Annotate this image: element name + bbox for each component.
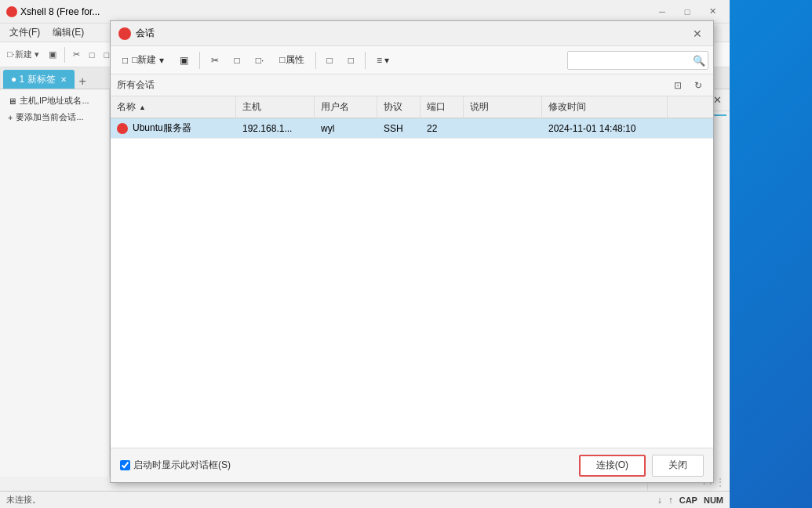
maximize-button[interactable]: □: [676, 4, 698, 20]
dialog-export-button[interactable]: □: [341, 49, 361, 71]
scroll-down-btn[interactable]: ↓: [657, 495, 662, 506]
xshell-title: Xshell 8 (Free for...: [20, 6, 100, 17]
col-header-proto[interactable]: 协议: [377, 96, 421, 118]
breadcrumb-text: 所有会话: [117, 78, 155, 92]
dialog-titlebar: 会话 ✕: [111, 21, 713, 46]
dialog-menu-button[interactable]: ≡ ▾: [370, 49, 396, 71]
startup-checkbox-label[interactable]: 启动时显示此对话框(S): [120, 459, 231, 472]
panel-more[interactable]: ⋮: [716, 476, 725, 488]
sidebar-host-label: 主机,IP地址或名...: [20, 95, 89, 107]
xshell-window-controls: ─ □ ✕: [651, 4, 723, 20]
cell-user: wyl: [315, 118, 377, 138]
dialog-search-input[interactable]: [567, 51, 708, 70]
breadcrumb-open-button[interactable]: ⊡: [669, 77, 686, 94]
dialog-tb-sep-1: [199, 52, 200, 69]
export-icon: □: [348, 55, 354, 66]
session-table: 名称 ▲ 主机 用户名 协议 端口 说明 修: [111, 96, 713, 448]
tab-add-button[interactable]: +: [75, 74, 91, 89]
dialog-tb-sep-2: [315, 52, 316, 69]
session-dialog: 会话 ✕ □ □新建 ▾ ▣ ✂ □ □· □属性 □ □: [110, 20, 714, 483]
toolbar-cut[interactable]: ✂: [69, 47, 84, 62]
col-header-port[interactable]: 端口: [421, 96, 464, 118]
new-label: □新建: [132, 53, 156, 67]
tab-1-label: ● 1 新标签: [11, 73, 56, 86]
cell-host: 192.168.1...: [236, 118, 315, 138]
session-icon: [117, 123, 128, 134]
breadcrumb-refresh-button[interactable]: ↻: [690, 77, 707, 94]
close-button[interactable]: ✕: [701, 4, 723, 20]
new-icon: □: [122, 55, 128, 66]
dialog-target-button[interactable]: □: [320, 49, 340, 71]
dialog-footer: 启动时显示此对话框(S) 连接(O) 关闭: [111, 448, 713, 482]
breadcrumb-actions: ⊡ ↻: [669, 77, 707, 94]
sidebar-host-input[interactable]: 🖥 主机,IP地址或名...: [3, 93, 106, 109]
cell-desc: [464, 118, 542, 138]
dialog-new-button[interactable]: □ □新建 ▾: [115, 49, 171, 71]
status-num: NUM: [704, 495, 723, 505]
dialog-search-wrap: 🔍: [567, 51, 708, 70]
cut-icon: ✂: [211, 55, 219, 66]
cell-port: 22: [421, 118, 464, 138]
connect-button[interactable]: 连接(O): [579, 455, 646, 477]
close-dialog-button[interactable]: 关闭: [652, 455, 704, 477]
menu-file[interactable]: 文件(F): [3, 24, 46, 41]
dialog-breadcrumb: 所有会话 ⊡ ↻: [111, 74, 713, 96]
col-header-user[interactable]: 用户名: [315, 96, 377, 118]
xshell-logo-icon: [6, 6, 17, 17]
tab-1-close-icon[interactable]: ✕: [60, 75, 67, 84]
status-text: 未连接。: [6, 494, 41, 506]
toolbar-copy-session[interactable]: ▣: [45, 47, 60, 62]
dialog-tb-sep-3: [365, 52, 366, 69]
sidebar-add-session[interactable]: + 要添加当前会话...: [3, 109, 106, 125]
scroll-up-btn[interactable]: ↑: [668, 495, 673, 506]
paste-icon: □: [235, 55, 240, 66]
xshell-statusbar: 未连接。 ↓ ↑ CAP NUM: [0, 491, 730, 508]
toolbar-paste[interactable]: □: [86, 48, 99, 62]
menu-icon: ≡ ▾: [377, 55, 389, 66]
dialog-search-button[interactable]: 🔍: [693, 54, 705, 66]
dialog-title-icon: [118, 27, 131, 40]
status-cap: CAP: [679, 495, 697, 505]
dialog-close-button[interactable]: ✕: [690, 26, 705, 42]
col-header-host[interactable]: 主机: [236, 96, 315, 118]
dialog-tile-button[interactable]: □·: [249, 49, 271, 71]
tile-icon: □·: [256, 55, 264, 66]
dialog-cut-button[interactable]: ✂: [204, 49, 226, 71]
dialog-props-button[interactable]: □属性: [272, 49, 311, 71]
dialog-title-text: 会话: [136, 27, 155, 40]
cell-name: Ubuntu服务器: [111, 118, 236, 138]
toolbar-sep-1: [64, 47, 65, 63]
col-header-time[interactable]: 修改时间: [542, 96, 668, 118]
col-header-name[interactable]: 名称 ▲: [111, 96, 236, 118]
cell-proto: SSH: [377, 118, 421, 138]
startup-checkbox-text: 启动时显示此对话框(S): [133, 459, 231, 472]
xshell-sidebar: 🖥 主机,IP地址或名... + 要添加当前会话...: [0, 89, 110, 477]
footer-buttons: 连接(O) 关闭: [579, 455, 704, 477]
toolbar-new-session[interactable]: □·新建 ▾: [3, 46, 43, 63]
startup-checkbox[interactable]: [120, 460, 130, 470]
dialog-toolbar: □ □新建 ▾ ▣ ✂ □ □· □属性 □ □ ≡ ▾: [111, 46, 713, 74]
copy-icon: ▣: [180, 55, 188, 66]
sort-asc-icon: ▲: [139, 103, 146, 111]
sidebar-add-icon: +: [8, 113, 13, 122]
minimize-button[interactable]: ─: [651, 4, 673, 20]
dialog-content: 名称 ▲ 主机 用户名 协议 端口 说明 修: [111, 96, 713, 448]
target-icon: □: [327, 55, 333, 66]
tab-1-new[interactable]: ● 1 新标签 ✕: [3, 70, 75, 89]
col-header-desc[interactable]: 说明: [464, 96, 542, 118]
menu-edit[interactable]: 编辑(E): [46, 24, 90, 41]
sidebar-host-icon: 🖥: [8, 96, 16, 106]
dialog-paste-button[interactable]: □: [228, 49, 247, 71]
table-row[interactable]: Ubuntu服务器 192.168.1... wyl SSH 22: [111, 118, 713, 139]
cell-time: 2024-11-01 14:48:10: [542, 118, 668, 138]
dialog-copy-button[interactable]: ▣: [173, 49, 195, 71]
new-dropdown-icon: ▾: [159, 55, 164, 66]
table-header: 名称 ▲ 主机 用户名 协议 端口 说明 修: [111, 96, 713, 118]
props-icon: □属性: [279, 53, 304, 67]
sidebar-add-label: 要添加当前会话...: [16, 111, 83, 123]
